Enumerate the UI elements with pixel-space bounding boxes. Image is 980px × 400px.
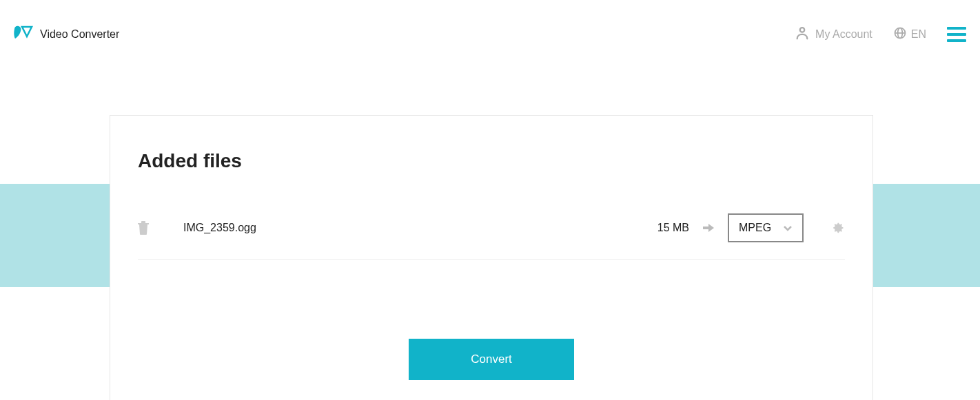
format-dropdown[interactable]: MPEG [728, 213, 804, 242]
app-header: Video Converter My Account EN [0, 0, 980, 69]
file-size: 15 MB [657, 222, 689, 234]
header-right: My Account EN [795, 25, 966, 43]
gear-icon[interactable] [831, 221, 845, 235]
format-label: MPEG [739, 222, 771, 234]
menu-button[interactable] [947, 27, 966, 42]
language-selector[interactable]: EN [893, 26, 926, 43]
brand[interactable]: Video Converter [14, 25, 119, 44]
svg-point-0 [800, 28, 804, 32]
trash-icon[interactable] [138, 221, 149, 235]
my-account-label: My Account [815, 28, 872, 41]
my-account-link[interactable]: My Account [795, 25, 872, 43]
arrow-right-icon [703, 222, 714, 233]
files-card: Added files IMG_2359.ogg 15 MB MPEG [110, 115, 873, 400]
globe-icon [893, 26, 907, 43]
brand-name: Video Converter [40, 28, 119, 41]
brand-logo-icon [14, 25, 33, 44]
file-row: IMG_2359.ogg 15 MB MPEG [138, 213, 845, 260]
hamburger-icon [947, 27, 966, 42]
language-label: EN [911, 28, 926, 41]
file-name: IMG_2359.ogg [163, 222, 644, 234]
chevron-down-icon [783, 223, 793, 233]
user-icon [795, 25, 810, 43]
convert-button[interactable]: Convert [409, 339, 574, 380]
card-title: Added files [138, 150, 845, 172]
